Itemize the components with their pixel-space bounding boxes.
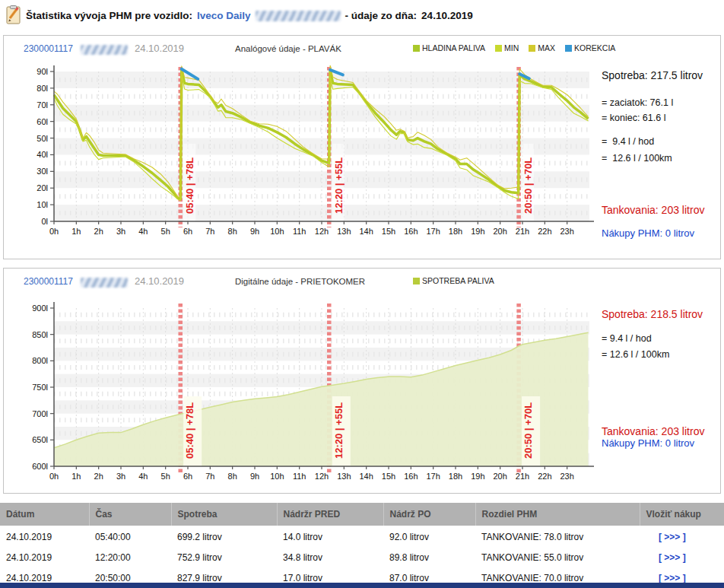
svg-text:750l: 750l [32,383,48,392]
table-header-cell: Spotreba [171,503,277,526]
refuel-table-wrap: DátumČasSpotrebaNádržr PREDNádrž PORozdi… [0,503,724,587]
svg-text:20h: 20h [493,472,506,481]
legend-swatch-icon [495,45,502,52]
svg-text:5h: 5h [161,472,170,481]
svg-text:4h: 4h [138,472,148,481]
svg-text:7h: 7h [205,472,214,481]
chart-title: Analógové údaje - PLAVÁK [235,44,341,53]
legend-label: MIN [504,43,519,52]
svg-text:700l: 700l [32,409,48,418]
svg-text:20l: 20l [37,183,48,192]
svg-text:7h: 7h [205,227,214,236]
table-cell: 89.8 litrov [383,546,475,567]
stat-line: Tankovania: 203 litrov [602,204,719,216]
flowmeter-chart-panel: 2300001117 24.10.2019 Digitálne údaje - … [3,268,721,494]
table-header-row: DátumČasSpotrebaNádržr PREDNádrž PORozdi… [0,503,724,526]
analog-stats-panel: Spotreba: 217.5 litrov= zaciatok: 76.1 l… [602,69,719,239]
stat-line: Spotreba: 218.5 litrov [602,308,719,320]
svg-text:4h: 4h [138,227,148,236]
svg-text:12:20 | +55L: 12:20 | +55L [333,402,345,459]
analog-chart-panel: 2300001117 24.10.2019 Analógové údaje - … [3,35,721,259]
svg-text:6h: 6h [183,227,192,236]
legend-swatch-icon [413,278,420,284]
svg-text:3h: 3h [116,472,125,481]
page-header: Štatistika vývoja PHM pre vozidlo: Iveco… [0,0,724,33]
page-title-suffix: - údaje zo dňa: [345,10,418,21]
svg-text:12h: 12h [315,227,329,236]
svg-text:05:40 | +78L: 05:40 | +78L [184,157,195,214]
svg-text:13h: 13h [337,227,351,236]
table-header-cell: Čas [89,503,171,526]
svg-text:21h: 21h [516,472,529,481]
legend-swatch-icon [529,45,535,52]
svg-text:05:40 | +78L: 05:40 | +78L [184,402,195,459]
svg-text:16h: 16h [404,227,418,236]
stat-line: = 12.6 l / 100km [602,153,719,164]
table-header-cell: Dátum [0,503,89,526]
stat-line: Spotreba: 217.5 litrov [602,69,719,81]
analog-chart: 05:40 | +78L12:20 | +55L20:50 | +70L0l10… [22,62,605,253]
svg-text:21h: 21h [516,227,529,236]
stat-line: = koniec: 61.6 l [602,113,719,123]
insert-purchase-link[interactable]: [ >>> ] [659,552,686,563]
svg-text:2h: 2h [94,227,103,236]
stat-line: Nákupy PHM: 0 litrov [602,437,719,449]
stat-line: = 9.4 l / hod [602,333,719,344]
svg-text:16h: 16h [404,472,418,481]
panel-date: 24.10.2019 [135,275,184,287]
redacted-vehicle-plate [256,11,341,21]
svg-text:60l: 60l [37,117,48,126]
table-row: 24.10.201905:40:00699.2 litrov14.0 litro… [0,526,724,546]
stat-line: = 9.4 l / hod [602,136,719,147]
svg-text:5h: 5h [161,227,170,236]
legend-item: MAX [529,43,555,52]
insert-purchase-link[interactable]: [ >>> ] [659,573,686,583]
svg-text:90l: 90l [37,67,48,76]
insert-purchase-link[interactable]: [ >>> ] [659,532,686,542]
svg-text:13h: 13h [337,472,351,481]
flowmeter-chart: 05:40 | +78L12:20 | +55L20:50 | +70L600l… [22,294,605,494]
stat-line: Nákupy PHM: 0 litrov [602,227,719,239]
svg-text:12h: 12h [315,472,329,481]
device-id-link[interactable]: 2300001117 [24,276,73,287]
table-header-cell: Vložiť nákup [640,503,724,526]
svg-text:900l: 900l [32,304,48,313]
svg-text:80l: 80l [37,84,48,93]
table-cell: 24.10.2019 [0,546,89,567]
svg-text:22h: 22h [538,227,551,236]
chart-title: Digitálne údaje - PRIETOKOMER [235,277,365,286]
redacted-vehicle-plate [81,45,128,55]
svg-text:11h: 11h [293,227,306,236]
svg-text:17h: 17h [426,227,440,236]
svg-text:19h: 19h [471,472,484,481]
next-section-header-bar [0,583,724,588]
table-cell: 92.0 litrov [383,526,475,546]
svg-text:12:20 | +55L: 12:20 | +55L [333,157,345,214]
device-id-link[interactable]: 2300001117 [24,43,73,54]
svg-text:40l: 40l [37,150,48,159]
table-cell: 12:20:00 [89,546,171,567]
svg-text:15h: 15h [382,227,395,236]
svg-text:10l: 10l [37,200,48,209]
svg-text:9h: 9h [250,227,259,236]
svg-text:23h: 23h [560,472,573,481]
table-header-cell: Nádržr PRED [277,503,383,526]
svg-text:600l: 600l [32,462,48,471]
svg-text:70l: 70l [37,100,48,110]
page-title: Štatistika vývoja PHM pre vozidlo: Iveco… [26,10,473,21]
svg-text:800l: 800l [32,356,48,365]
legend-label: KOREKCIA [574,43,615,52]
svg-text:10h: 10h [270,472,284,481]
svg-text:1h: 1h [71,227,81,236]
svg-text:22h: 22h [538,472,551,481]
svg-text:20:50 | +70L: 20:50 | +70L [522,157,534,214]
svg-text:8h: 8h [228,472,237,481]
table-cell: 14.0 litrov [277,526,383,546]
svg-text:18h: 18h [449,227,462,236]
table-header-cell: Nádrž PO [383,503,475,526]
vehicle-name: Iveco Daily [197,10,251,21]
table-cell: TANKOVANIE: 55.0 litrov [475,546,640,567]
svg-text:3h: 3h [116,227,125,236]
panel-date: 24.10.2019 [135,43,184,54]
legend-label: MAX [538,43,555,52]
